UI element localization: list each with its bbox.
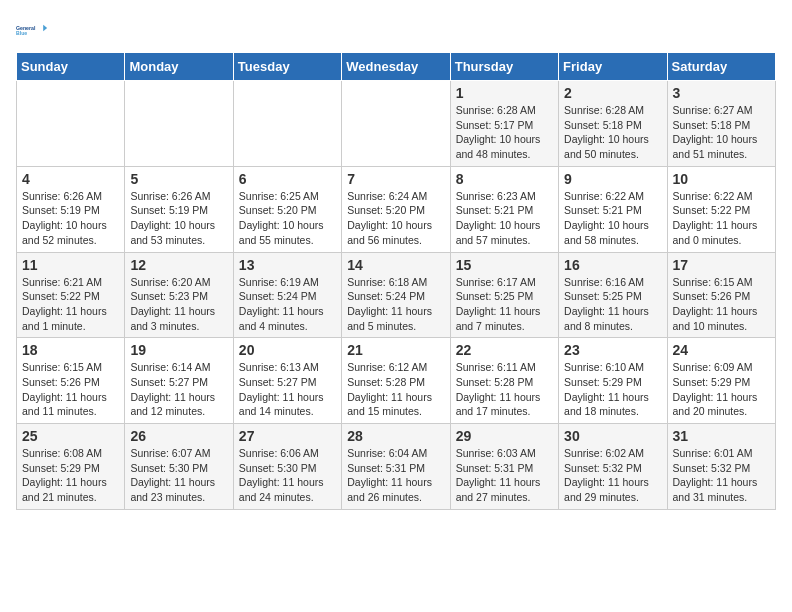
day-info: Sunrise: 6:06 AMSunset: 5:30 PMDaylight:…	[239, 446, 336, 505]
day-info: Sunrise: 6:08 AMSunset: 5:29 PMDaylight:…	[22, 446, 119, 505]
page-header: GeneralBlue	[16, 16, 776, 44]
day-info: Sunrise: 6:14 AMSunset: 5:27 PMDaylight:…	[130, 360, 227, 419]
svg-text:Blue: Blue	[16, 30, 27, 36]
day-info: Sunrise: 6:28 AMSunset: 5:17 PMDaylight:…	[456, 103, 553, 162]
day-number: 25	[22, 428, 119, 444]
calendar-cell: 15Sunrise: 6:17 AMSunset: 5:25 PMDayligh…	[450, 252, 558, 338]
day-number: 17	[673, 257, 770, 273]
calendar-cell: 8Sunrise: 6:23 AMSunset: 5:21 PMDaylight…	[450, 166, 558, 252]
day-info: Sunrise: 6:03 AMSunset: 5:31 PMDaylight:…	[456, 446, 553, 505]
day-number: 14	[347, 257, 444, 273]
calendar-cell: 17Sunrise: 6:15 AMSunset: 5:26 PMDayligh…	[667, 252, 775, 338]
header-cell-friday: Friday	[559, 53, 667, 81]
day-number: 8	[456, 171, 553, 187]
calendar-week-5: 25Sunrise: 6:08 AMSunset: 5:29 PMDayligh…	[17, 424, 776, 510]
day-info: Sunrise: 6:26 AMSunset: 5:19 PMDaylight:…	[22, 189, 119, 248]
header-cell-tuesday: Tuesday	[233, 53, 341, 81]
day-info: Sunrise: 6:01 AMSunset: 5:32 PMDaylight:…	[673, 446, 770, 505]
calendar-cell: 1Sunrise: 6:28 AMSunset: 5:17 PMDaylight…	[450, 81, 558, 167]
day-number: 10	[673, 171, 770, 187]
calendar-cell: 20Sunrise: 6:13 AMSunset: 5:27 PMDayligh…	[233, 338, 341, 424]
day-info: Sunrise: 6:17 AMSunset: 5:25 PMDaylight:…	[456, 275, 553, 334]
calendar-cell: 13Sunrise: 6:19 AMSunset: 5:24 PMDayligh…	[233, 252, 341, 338]
header-cell-saturday: Saturday	[667, 53, 775, 81]
day-number: 9	[564, 171, 661, 187]
day-number: 24	[673, 342, 770, 358]
day-info: Sunrise: 6:07 AMSunset: 5:30 PMDaylight:…	[130, 446, 227, 505]
day-info: Sunrise: 6:04 AMSunset: 5:31 PMDaylight:…	[347, 446, 444, 505]
calendar-week-1: 1Sunrise: 6:28 AMSunset: 5:17 PMDaylight…	[17, 81, 776, 167]
day-number: 27	[239, 428, 336, 444]
calendar-cell: 5Sunrise: 6:26 AMSunset: 5:19 PMDaylight…	[125, 166, 233, 252]
day-info: Sunrise: 6:10 AMSunset: 5:29 PMDaylight:…	[564, 360, 661, 419]
day-info: Sunrise: 6:26 AMSunset: 5:19 PMDaylight:…	[130, 189, 227, 248]
calendar-cell: 7Sunrise: 6:24 AMSunset: 5:20 PMDaylight…	[342, 166, 450, 252]
day-info: Sunrise: 6:12 AMSunset: 5:28 PMDaylight:…	[347, 360, 444, 419]
day-info: Sunrise: 6:25 AMSunset: 5:20 PMDaylight:…	[239, 189, 336, 248]
day-info: Sunrise: 6:15 AMSunset: 5:26 PMDaylight:…	[22, 360, 119, 419]
calendar-cell: 22Sunrise: 6:11 AMSunset: 5:28 PMDayligh…	[450, 338, 558, 424]
calendar-cell	[125, 81, 233, 167]
day-info: Sunrise: 6:21 AMSunset: 5:22 PMDaylight:…	[22, 275, 119, 334]
day-number: 16	[564, 257, 661, 273]
svg-text:General: General	[16, 25, 36, 31]
day-number: 22	[456, 342, 553, 358]
calendar-week-3: 11Sunrise: 6:21 AMSunset: 5:22 PMDayligh…	[17, 252, 776, 338]
day-number: 30	[564, 428, 661, 444]
calendar-cell	[17, 81, 125, 167]
calendar-cell	[342, 81, 450, 167]
day-number: 19	[130, 342, 227, 358]
calendar-cell: 25Sunrise: 6:08 AMSunset: 5:29 PMDayligh…	[17, 424, 125, 510]
day-number: 2	[564, 85, 661, 101]
calendar-cell: 28Sunrise: 6:04 AMSunset: 5:31 PMDayligh…	[342, 424, 450, 510]
day-info: Sunrise: 6:15 AMSunset: 5:26 PMDaylight:…	[673, 275, 770, 334]
day-info: Sunrise: 6:28 AMSunset: 5:18 PMDaylight:…	[564, 103, 661, 162]
day-number: 12	[130, 257, 227, 273]
day-info: Sunrise: 6:19 AMSunset: 5:24 PMDaylight:…	[239, 275, 336, 334]
header-cell-thursday: Thursday	[450, 53, 558, 81]
day-info: Sunrise: 6:11 AMSunset: 5:28 PMDaylight:…	[456, 360, 553, 419]
day-info: Sunrise: 6:22 AMSunset: 5:21 PMDaylight:…	[564, 189, 661, 248]
day-info: Sunrise: 6:02 AMSunset: 5:32 PMDaylight:…	[564, 446, 661, 505]
logo: GeneralBlue	[16, 16, 48, 44]
header-cell-wednesday: Wednesday	[342, 53, 450, 81]
header-row: SundayMondayTuesdayWednesdayThursdayFrid…	[17, 53, 776, 81]
calendar-cell: 23Sunrise: 6:10 AMSunset: 5:29 PMDayligh…	[559, 338, 667, 424]
calendar-cell: 10Sunrise: 6:22 AMSunset: 5:22 PMDayligh…	[667, 166, 775, 252]
day-number: 15	[456, 257, 553, 273]
calendar-cell: 4Sunrise: 6:26 AMSunset: 5:19 PMDaylight…	[17, 166, 125, 252]
calendar-header: SundayMondayTuesdayWednesdayThursdayFrid…	[17, 53, 776, 81]
day-info: Sunrise: 6:09 AMSunset: 5:29 PMDaylight:…	[673, 360, 770, 419]
calendar-table: SundayMondayTuesdayWednesdayThursdayFrid…	[16, 52, 776, 510]
calendar-cell: 18Sunrise: 6:15 AMSunset: 5:26 PMDayligh…	[17, 338, 125, 424]
header-cell-sunday: Sunday	[17, 53, 125, 81]
day-number: 4	[22, 171, 119, 187]
calendar-week-4: 18Sunrise: 6:15 AMSunset: 5:26 PMDayligh…	[17, 338, 776, 424]
day-number: 13	[239, 257, 336, 273]
day-number: 29	[456, 428, 553, 444]
calendar-cell: 2Sunrise: 6:28 AMSunset: 5:18 PMDaylight…	[559, 81, 667, 167]
calendar-cell: 6Sunrise: 6:25 AMSunset: 5:20 PMDaylight…	[233, 166, 341, 252]
day-info: Sunrise: 6:18 AMSunset: 5:24 PMDaylight:…	[347, 275, 444, 334]
day-number: 28	[347, 428, 444, 444]
day-info: Sunrise: 6:16 AMSunset: 5:25 PMDaylight:…	[564, 275, 661, 334]
svg-marker-2	[43, 25, 47, 31]
calendar-cell: 24Sunrise: 6:09 AMSunset: 5:29 PMDayligh…	[667, 338, 775, 424]
calendar-cell: 21Sunrise: 6:12 AMSunset: 5:28 PMDayligh…	[342, 338, 450, 424]
calendar-cell: 14Sunrise: 6:18 AMSunset: 5:24 PMDayligh…	[342, 252, 450, 338]
day-number: 7	[347, 171, 444, 187]
logo-icon: GeneralBlue	[16, 16, 48, 44]
calendar-cell: 3Sunrise: 6:27 AMSunset: 5:18 PMDaylight…	[667, 81, 775, 167]
calendar-cell: 30Sunrise: 6:02 AMSunset: 5:32 PMDayligh…	[559, 424, 667, 510]
day-info: Sunrise: 6:23 AMSunset: 5:21 PMDaylight:…	[456, 189, 553, 248]
day-number: 26	[130, 428, 227, 444]
day-info: Sunrise: 6:24 AMSunset: 5:20 PMDaylight:…	[347, 189, 444, 248]
calendar-cell: 29Sunrise: 6:03 AMSunset: 5:31 PMDayligh…	[450, 424, 558, 510]
day-number: 31	[673, 428, 770, 444]
day-info: Sunrise: 6:13 AMSunset: 5:27 PMDaylight:…	[239, 360, 336, 419]
day-info: Sunrise: 6:27 AMSunset: 5:18 PMDaylight:…	[673, 103, 770, 162]
day-info: Sunrise: 6:22 AMSunset: 5:22 PMDaylight:…	[673, 189, 770, 248]
day-number: 20	[239, 342, 336, 358]
calendar-cell: 12Sunrise: 6:20 AMSunset: 5:23 PMDayligh…	[125, 252, 233, 338]
calendar-cell: 27Sunrise: 6:06 AMSunset: 5:30 PMDayligh…	[233, 424, 341, 510]
